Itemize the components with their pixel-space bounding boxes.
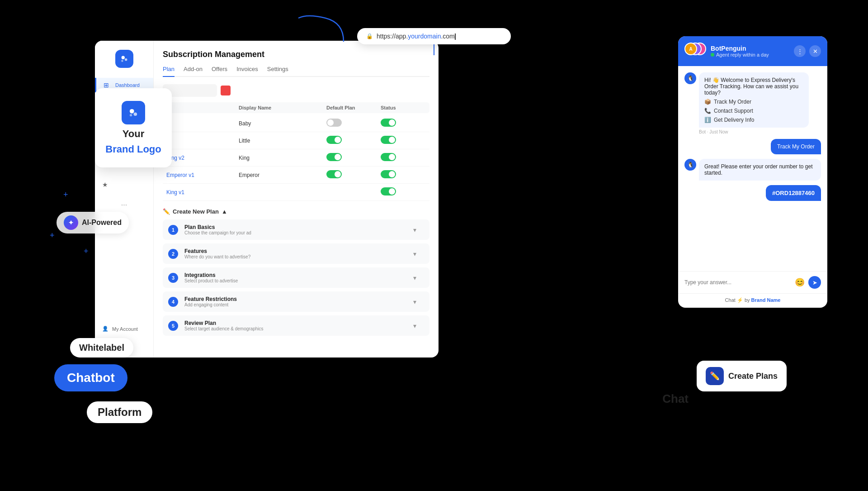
user-bubble-1: Track My Order	[771, 139, 821, 154]
chat-header-info: BotPenguin Agent reply within a day	[711, 45, 789, 57]
user-message-row-2: #ORD12887460	[684, 185, 821, 201]
bot-message-row-2: 🐧 Great! Please enter your order number …	[684, 159, 821, 181]
step-content-2: Features Where do you want to advertise?	[184, 248, 410, 259]
sidebar-more: ···	[114, 197, 134, 213]
create-plans-badge: ✏️ Create Plans	[697, 361, 787, 391]
table-row: Emperor v1 Emperor	[163, 167, 429, 184]
row-status-5[interactable]	[381, 187, 426, 197]
row-default-3[interactable]	[326, 153, 381, 162]
table-header: Display Name Default Plan Status	[163, 102, 429, 113]
user-message-row-1: Track My Order	[684, 139, 821, 154]
option-support[interactable]: 📞 Contact Support	[704, 108, 803, 114]
chat-input-area[interactable]: 😊 ➤	[678, 271, 827, 293]
my-account-label: My Account	[112, 326, 138, 332]
emoji-button[interactable]: 😊	[795, 277, 805, 287]
th-status: Status	[381, 105, 426, 110]
tab-plan[interactable]: Plan	[163, 66, 175, 77]
chat-input[interactable]	[684, 279, 791, 286]
step-content-4: Feature Restrictions Add engaging conten…	[184, 296, 410, 307]
chat-widget: A B C BotPenguin Agent reply within a da…	[678, 36, 827, 308]
platform-text: Platform	[98, 406, 142, 418]
chat-messages: 🐧 Hi! 👋 Welcome to Express Delivery's Or…	[678, 66, 827, 271]
table-row: King v2 King	[163, 149, 429, 167]
row-default-4[interactable]	[326, 170, 381, 180]
row-display-1: Baby	[239, 120, 326, 127]
toggle-status-5[interactable]	[381, 187, 396, 195]
option-delivery[interactable]: ℹ️ Get Delivery Info	[704, 117, 803, 123]
th-name	[166, 105, 239, 110]
toggle-status-2[interactable]	[381, 136, 396, 144]
tab-invoices[interactable]: Invoices	[236, 66, 258, 76]
plus-deco-3: +	[84, 247, 89, 256]
svg-point-3	[130, 109, 134, 113]
chat-avatars: A B C	[684, 43, 706, 60]
plans-table: Display Name Default Plan Status Baby Li…	[163, 102, 429, 201]
chat-more-button[interactable]: ⋮	[794, 45, 806, 57]
create-plan-section: ✏️ Create New Plan ▲ 1 Plan Basics Choos…	[163, 208, 429, 336]
row-status-1[interactable]	[381, 119, 426, 128]
create-plans-text: Create Plans	[728, 372, 778, 381]
bot-message-row-1: 🐧 Hi! 👋 Welcome to Express Delivery's Or…	[684, 72, 821, 134]
plan-step-1[interactable]: 1 Plan Basics Choose the campaign for yo…	[163, 219, 429, 240]
row-status-4[interactable]	[381, 170, 426, 180]
tab-settings[interactable]: Settings	[267, 66, 288, 76]
row-link-5[interactable]: King v1	[166, 189, 239, 195]
main-content: Subscription Management Plan Add-on Offe…	[154, 41, 439, 358]
step-title-3: Integrations	[184, 272, 410, 278]
bot-avatar: 🐧	[684, 72, 696, 84]
order-reply-bubble: #ORD12887460	[766, 185, 821, 201]
create-plan-header[interactable]: ✏️ Create New Plan ▲	[163, 208, 429, 215]
row-link-3[interactable]: King v2	[166, 155, 239, 161]
delete-button[interactable]	[221, 86, 231, 95]
float-whitelabel: Whitelabel	[70, 338, 133, 358]
tab-addon[interactable]: Add-on	[184, 66, 203, 76]
chat-status-text: Agent reply within a day	[716, 52, 769, 57]
chat-header: A B C BotPenguin Agent reply within a da…	[678, 36, 827, 66]
sidebar-item-favorites[interactable]: ★	[95, 177, 153, 192]
chevron-down-icon-3: ▾	[413, 274, 424, 281]
row-status-3[interactable]	[381, 153, 426, 162]
toggle-default-4[interactable]	[326, 170, 342, 178]
chevron-up-icon: ▲	[222, 208, 227, 215]
chat-close-button[interactable]: ✕	[809, 45, 821, 57]
toggle-default-2[interactable]	[326, 136, 342, 144]
support-icon: 📞	[704, 108, 711, 114]
plan-step-3[interactable]: 3 Integrations Select product to adverti…	[163, 267, 429, 288]
svg-point-2	[121, 60, 123, 62]
tab-offers[interactable]: Offers	[212, 66, 227, 76]
row-link-4[interactable]: Emperor v1	[166, 172, 239, 178]
th-display: Display Name	[239, 105, 326, 110]
step-num-5: 5	[168, 321, 178, 331]
toggle-status-1[interactable]	[381, 119, 396, 127]
float-platform: Platform	[87, 401, 152, 423]
toggle-default-1[interactable]	[326, 119, 342, 127]
toggle-status-4[interactable]	[381, 170, 396, 178]
my-account-item[interactable]: 👤 My Account	[95, 322, 153, 335]
lock-icon: 🔒	[366, 33, 373, 39]
table-row: Baby	[163, 115, 429, 132]
row-default-1[interactable]	[326, 119, 381, 128]
url-bar[interactable]: 🔒 https://app.yourdomain.com	[357, 28, 511, 44]
plan-step-5[interactable]: 5 Review Plan Select target audience & d…	[163, 315, 429, 336]
th-default: Default Plan	[326, 105, 381, 110]
row-default-2[interactable]	[326, 136, 381, 145]
plan-step-4[interactable]: 4 Feature Restrictions Add engaging cont…	[163, 291, 429, 312]
option-track[interactable]: 📦 Track My Order	[704, 99, 803, 105]
chat-footer-text: Chat ⚡ by	[725, 297, 751, 303]
brand-logo-card: Your Brand Logo	[95, 88, 172, 167]
step-num-2: 2	[168, 249, 178, 259]
send-button[interactable]: ➤	[808, 276, 821, 289]
create-plans-icon: ✏️	[706, 367, 724, 385]
step-subtitle-3: Select product to advertise	[184, 278, 410, 283]
plan-steps: 1 Plan Basics Choose the campaign for yo…	[163, 219, 429, 336]
option-support-text: Contact Support	[714, 108, 753, 114]
chat-bot-name: BotPenguin	[711, 45, 789, 52]
tabs-bar: Plan Add-on Offers Invoices Settings	[163, 66, 429, 77]
sidebar-dashboard-label: Dashboard	[115, 82, 140, 88]
chat-footer-brand: Brand Name	[751, 297, 781, 303]
toggle-default-3[interactable]	[326, 153, 342, 161]
row-status-2[interactable]	[381, 136, 426, 145]
chat-footer: Chat ⚡ by Brand Name	[678, 293, 827, 308]
toggle-status-3[interactable]	[381, 153, 396, 161]
plan-step-2[interactable]: 2 Features Where do you want to advertis…	[163, 243, 429, 264]
